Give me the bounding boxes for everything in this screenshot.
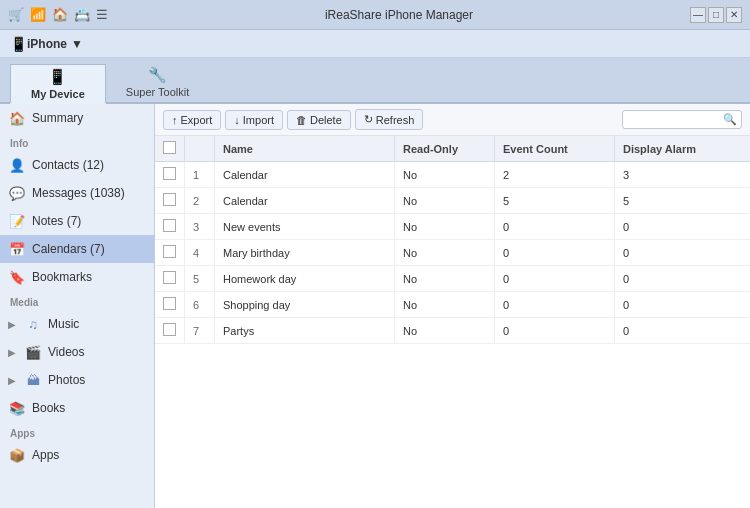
table-row: 3 New events No 0 0 xyxy=(155,214,750,240)
sidebar-item-notes[interactable]: 📝 Notes (7) xyxy=(0,207,154,235)
table-row: 6 Shopping day No 0 0 xyxy=(155,292,750,318)
super-toolkit-icon: 🔧 xyxy=(148,66,167,84)
table-row: 4 Mary birthday No 0 0 xyxy=(155,240,750,266)
sidebar-item-bookmarks[interactable]: 🔖 Bookmarks xyxy=(0,263,154,291)
select-all-checkbox[interactable] xyxy=(163,141,176,154)
contacts-icon[interactable]: 📇 xyxy=(74,7,90,22)
minimize-button[interactable]: — xyxy=(690,7,706,23)
row-checkbox-3[interactable] xyxy=(163,219,176,232)
device-dropdown-arrow[interactable]: ▼ xyxy=(71,37,83,51)
table-header-row: Name Read-Only Event Count Display Alarm xyxy=(155,136,750,162)
row-readonly-2: No xyxy=(395,188,495,214)
signal-icon[interactable]: 📶 xyxy=(30,7,46,22)
music-sidebar-icon: ♫ xyxy=(24,315,42,333)
import-icon: ↓ xyxy=(234,114,240,126)
videos-sidebar-icon: 🎬 xyxy=(24,343,42,361)
row-name-5: Homework day xyxy=(215,266,395,292)
row-checkbox-7[interactable] xyxy=(163,323,176,336)
sidebar-section-apps: Apps xyxy=(0,422,154,441)
expand-photos-arrow[interactable]: ▶ xyxy=(8,375,16,386)
col-header-num xyxy=(185,136,215,162)
row-alarm-4: 0 xyxy=(615,240,751,266)
bookmarks-sidebar-icon: 🔖 xyxy=(8,268,26,286)
sidebar-item-music[interactable]: ▶ ♫ Music xyxy=(0,310,154,338)
main-layout: 🏠 Summary Info 👤 Contacts (12) 💬 Message… xyxy=(0,104,750,508)
calendar-table: Name Read-Only Event Count Display Alarm… xyxy=(155,136,750,344)
row-readonly-3: No xyxy=(395,214,495,240)
close-button[interactable]: ✕ xyxy=(726,7,742,23)
notes-sidebar-icon: 📝 xyxy=(8,212,26,230)
row-name-2: Calendar xyxy=(215,188,395,214)
window-controls: — □ ✕ xyxy=(690,7,742,23)
contacts-sidebar-icon: 👤 xyxy=(8,156,26,174)
table-row: 1 Calendar No 2 3 xyxy=(155,162,750,188)
my-device-icon: 📱 xyxy=(48,68,67,86)
title-bar: 🛒 📶 🏠 📇 ☰ iReaShare iPhone Manager — □ ✕ xyxy=(0,0,750,30)
sidebar-item-messages[interactable]: 💬 Messages (1038) xyxy=(0,179,154,207)
tab-my-device[interactable]: 📱 My Device xyxy=(10,64,106,104)
import-button[interactable]: ↓ Import xyxy=(225,110,283,130)
expand-videos-arrow[interactable]: ▶ xyxy=(8,347,16,358)
table-row: 2 Calendar No 5 5 xyxy=(155,188,750,214)
calendars-sidebar-icon: 📅 xyxy=(8,240,26,258)
row-name-1: Calendar xyxy=(215,162,395,188)
row-checkbox-2[interactable] xyxy=(163,193,176,206)
device-name: iPhone ▼ xyxy=(27,37,83,51)
row-checkbox-cell xyxy=(155,292,185,318)
cart-icon[interactable]: 🛒 xyxy=(8,7,24,22)
menu-icon[interactable]: ☰ xyxy=(96,7,108,22)
row-readonly-1: No xyxy=(395,162,495,188)
data-table: Name Read-Only Event Count Display Alarm… xyxy=(155,136,750,508)
row-checkbox-1[interactable] xyxy=(163,167,176,180)
row-checkbox-cell xyxy=(155,240,185,266)
photos-sidebar-icon: 🏔 xyxy=(24,371,42,389)
row-readonly-4: No xyxy=(395,240,495,266)
device-bar: 📱 iPhone ▼ xyxy=(0,30,750,58)
sidebar-item-calendars[interactable]: 📅 Calendars (7) xyxy=(0,235,154,263)
row-num-7: 7 xyxy=(185,318,215,344)
summary-icon: 🏠 xyxy=(8,109,26,127)
row-checkbox-6[interactable] xyxy=(163,297,176,310)
row-num-4: 4 xyxy=(185,240,215,266)
sidebar-item-videos[interactable]: ▶ 🎬 Videos xyxy=(0,338,154,366)
sidebar-item-apps[interactable]: 📦 Apps xyxy=(0,441,154,469)
tab-super-toolkit[interactable]: 🔧 Super Toolkit xyxy=(106,62,209,102)
row-eventcount-3: 0 xyxy=(495,214,615,240)
row-checkbox-cell xyxy=(155,318,185,344)
expand-music-arrow[interactable]: ▶ xyxy=(8,319,16,330)
sidebar-item-photos[interactable]: ▶ 🏔 Photos xyxy=(0,366,154,394)
row-readonly-7: No xyxy=(395,318,495,344)
row-eventcount-4: 0 xyxy=(495,240,615,266)
sidebar-item-contacts[interactable]: 👤 Contacts (12) xyxy=(0,151,154,179)
row-alarm-6: 0 xyxy=(615,292,751,318)
row-num-5: 5 xyxy=(185,266,215,292)
row-name-6: Shopping day xyxy=(215,292,395,318)
row-checkbox-cell xyxy=(155,214,185,240)
row-eventcount-2: 5 xyxy=(495,188,615,214)
sidebar-section-info: Info xyxy=(0,132,154,151)
row-checkbox-4[interactable] xyxy=(163,245,176,258)
sidebar-section-media: Media xyxy=(0,291,154,310)
table-row: 7 Partys No 0 0 xyxy=(155,318,750,344)
refresh-button[interactable]: ↻ Refresh xyxy=(355,109,424,130)
sidebar-item-books[interactable]: 📚 Books xyxy=(0,394,154,422)
maximize-button[interactable]: □ xyxy=(708,7,724,23)
search-box[interactable]: 🔍 xyxy=(622,110,742,129)
delete-icon: 🗑 xyxy=(296,114,307,126)
export-icon: ↑ xyxy=(172,114,178,126)
col-header-name: Name xyxy=(215,136,395,162)
sidebar-item-summary[interactable]: 🏠 Summary xyxy=(0,104,154,132)
export-button[interactable]: ↑ Export xyxy=(163,110,221,130)
row-readonly-5: No xyxy=(395,266,495,292)
row-eventcount-7: 0 xyxy=(495,318,615,344)
delete-button[interactable]: 🗑 Delete xyxy=(287,110,351,130)
toolbar: ↑ Export ↓ Import 🗑 Delete ↻ Refresh 🔍 xyxy=(155,104,750,136)
table-row: 5 Homework day No 0 0 xyxy=(155,266,750,292)
row-name-3: New events xyxy=(215,214,395,240)
row-checkbox-cell xyxy=(155,162,185,188)
col-header-eventcount: Event Count xyxy=(495,136,615,162)
row-checkbox-5[interactable] xyxy=(163,271,176,284)
home-icon[interactable]: 🏠 xyxy=(52,7,68,22)
books-sidebar-icon: 📚 xyxy=(8,399,26,417)
search-input[interactable] xyxy=(627,114,723,126)
